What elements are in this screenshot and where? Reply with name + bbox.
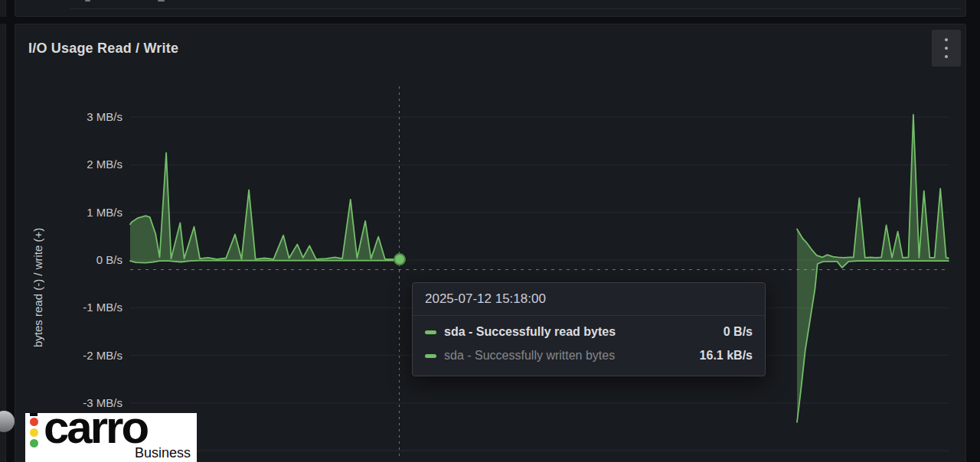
time-series-plot[interactable] bbox=[130, 86, 949, 462]
series-area bbox=[797, 260, 949, 422]
tooltip-series-row: sda - Successfully written bytes16.1 kB/… bbox=[425, 349, 753, 363]
series-line bbox=[797, 261, 949, 422]
floating-bubble[interactable] bbox=[0, 411, 15, 432]
tooltip-body: sda - Successfully read bytes0 B/ssda - … bbox=[413, 316, 765, 376]
logo-red-dot bbox=[30, 418, 38, 426]
y-tick-label: 3 MB/s bbox=[46, 110, 122, 124]
series-line bbox=[130, 261, 400, 263]
vertical-ellipsis-icon bbox=[945, 38, 948, 41]
series-color-swatch-icon bbox=[425, 354, 436, 358]
logo-yellow-dot bbox=[30, 428, 38, 437]
y-axis-title: bytes read (-) / write (+) bbox=[31, 188, 44, 387]
clipped-text-remnant bbox=[158, 0, 165, 2]
above-panel-axis-line bbox=[70, 8, 961, 9]
logo-green-dot bbox=[30, 439, 38, 447]
logo-dash bbox=[30, 413, 38, 416]
series-color-swatch-icon bbox=[425, 330, 436, 334]
tooltip-series-value: 0 B/s bbox=[724, 325, 753, 339]
tooltip-series-value: 16.1 kB/s bbox=[700, 349, 753, 363]
series-area bbox=[797, 115, 949, 260]
logo-sub-text: Business bbox=[135, 445, 191, 461]
hovered-point-marker bbox=[394, 254, 405, 265]
y-tick-label: 0 B/s bbox=[46, 253, 122, 267]
tooltip-series-name: sda - Successfully written bytes bbox=[444, 349, 692, 363]
above-panel-bottom-edge bbox=[15, 0, 966, 17]
tooltip-timestamp: 2025-07-12 15:18:00 bbox=[413, 283, 765, 316]
tooltip-series-name: sda - Successfully read bytes bbox=[444, 325, 716, 339]
chart-tooltip: 2025-07-12 15:18:00 sda - Successfully r… bbox=[412, 282, 766, 376]
left-neighbor-panel-edge bbox=[0, 24, 6, 462]
clipped-text-remnant bbox=[85, 0, 90, 2]
y-tick-label: 2 MB/s bbox=[46, 158, 122, 171]
panel-title: I/O Usage Read / Write bbox=[28, 41, 178, 57]
y-tick-label: -1 MB/s bbox=[46, 301, 122, 314]
vertical-ellipsis-icon bbox=[945, 47, 948, 50]
left-neighbor-panel-edge bbox=[0, 0, 6, 17]
carro-logo: carro Business bbox=[25, 413, 197, 462]
vertical-ellipsis-icon bbox=[945, 55, 948, 58]
logo-brand-text: carro bbox=[44, 405, 147, 451]
grafana-dashboard: I/O Usage Read / Write bytes read (-) / … bbox=[0, 0, 980, 462]
tooltip-series-row: sda - Successfully read bytes0 B/s bbox=[425, 325, 753, 339]
y-tick-label: -2 MB/s bbox=[46, 349, 122, 363]
series-line bbox=[130, 153, 400, 260]
panel-menu-button[interactable] bbox=[932, 30, 961, 67]
y-tick-label: 1 MB/s bbox=[46, 206, 122, 220]
